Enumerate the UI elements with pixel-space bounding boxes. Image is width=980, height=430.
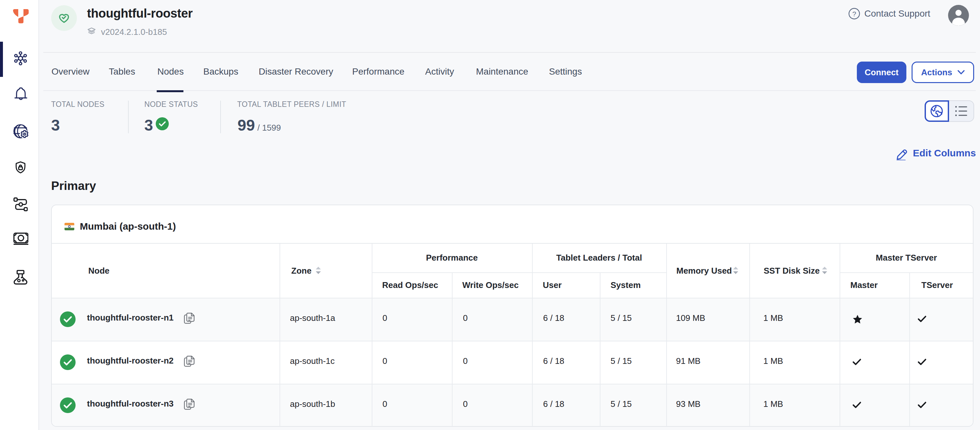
svg-text:?: ?	[852, 10, 856, 18]
